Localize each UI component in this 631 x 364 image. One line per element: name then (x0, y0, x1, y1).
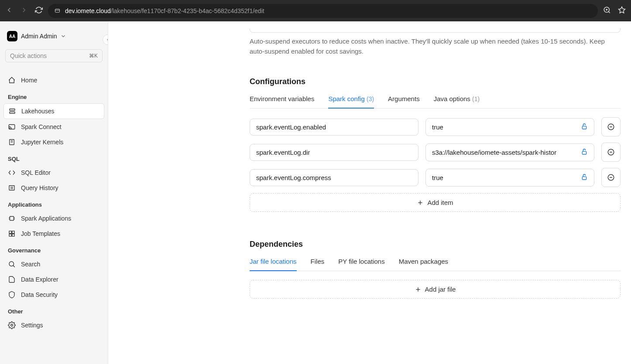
lock-icon[interactable] (581, 148, 588, 156)
config-key-input[interactable]: spark.eventLog.dir (250, 144, 418, 161)
sidebar-item-label: Home (21, 77, 37, 84)
shield-icon (8, 291, 16, 299)
url-path: /lakehouse/fe1170cf-87b2-4235-b4ac-5682c… (111, 7, 264, 14)
sidebar-item-label: Query History (21, 184, 58, 191)
section-other: Other (3, 306, 104, 317)
svg-rect-23 (9, 234, 11, 236)
tab-env-vars[interactable]: Environment variables (250, 95, 314, 109)
tab-py-locations[interactable]: PY file locations (338, 258, 384, 271)
tab-files[interactable]: Files (311, 258, 325, 271)
tab-label: PY file locations (338, 258, 384, 265)
quick-actions-placeholder: Quick actions (10, 52, 47, 59)
reload-button[interactable] (35, 6, 43, 16)
config-key-input[interactable]: spark.eventLog.compress (250, 169, 418, 186)
svg-rect-7 (10, 109, 15, 111)
tab-arguments[interactable]: Arguments (388, 95, 420, 109)
sidebar-item-settings[interactable]: Settings (3, 318, 104, 333)
chevron-down-icon (60, 33, 66, 39)
grid-icon (8, 230, 16, 238)
add-config-item-button[interactable]: Add item (250, 193, 621, 212)
config-tabs: Environment variables Spark config (3) A… (250, 95, 621, 109)
notebook-icon (8, 138, 16, 146)
remove-row-button[interactable] (601, 143, 621, 162)
sidebar-item-job-templates[interactable]: Job Templates (3, 226, 104, 241)
code-icon (8, 169, 16, 177)
config-value-input[interactable]: true (425, 118, 594, 136)
svg-rect-8 (10, 112, 15, 114)
lock-icon[interactable] (581, 123, 588, 131)
section-sql: SQL (3, 153, 104, 165)
sidebar-item-label: Jupyter Kernels (21, 139, 63, 146)
sidebar-item-label: Spark Applications (21, 215, 71, 222)
svg-rect-34 (582, 177, 586, 180)
tab-spark-config[interactable]: Spark config (3) (328, 95, 374, 109)
add-jar-label: Add jar file (425, 286, 456, 293)
sidebar-item-data-security[interactable]: Data Security (3, 287, 104, 302)
tab-count: (1) (472, 95, 480, 102)
configurations-title: Configurations (250, 77, 621, 86)
lock-icon[interactable] (581, 173, 588, 182)
sidebar-item-jupyter-kernels[interactable]: Jupyter Kernels (3, 135, 104, 150)
collapsed-panel-bottom (250, 28, 621, 33)
chip-icon (8, 214, 16, 222)
sidebar-item-label: Lakehouses (21, 108, 55, 115)
svg-rect-22 (12, 231, 14, 233)
sidebar-item-sql-editor[interactable]: SQL Editor (3, 165, 104, 180)
back-button[interactable] (5, 6, 13, 16)
home-icon (8, 76, 16, 84)
sidebar-item-search[interactable]: Search (3, 257, 104, 272)
sidebar-item-query-history[interactable]: Query History (3, 180, 104, 195)
sidebar-item-lakehouses[interactable]: Lakehouses (3, 103, 104, 119)
remove-row-button[interactable] (601, 168, 621, 187)
config-rows: spark.eventLog.enabled true spark.eventL… (250, 117, 621, 187)
auto-suspend-description: Auto-suspend executors to reduce costs w… (250, 36, 621, 56)
database-icon (8, 107, 16, 115)
tab-label: Files (311, 258, 325, 265)
config-value-input[interactable]: true (425, 169, 594, 187)
url-bar[interactable]: dev.iomete.cloud/lakehouse/fe1170cf-87b2… (48, 4, 598, 18)
zoom-icon[interactable] (603, 6, 611, 16)
avatar: AA (7, 31, 17, 41)
sidebar-item-spark-applications[interactable]: Spark Applications (3, 211, 104, 226)
tab-label: Java options (434, 95, 470, 102)
svg-rect-24 (12, 234, 14, 236)
url-domain: dev.iomete.cloud (65, 7, 111, 14)
main-content: Auto-suspend executors to reduce costs w… (108, 21, 631, 364)
tab-jar-locations[interactable]: Jar file locations (250, 258, 297, 271)
quick-actions-input[interactable]: Quick actions ⌘K (5, 49, 103, 62)
section-governance: Governance (3, 245, 104, 256)
tab-label: Environment variables (250, 95, 314, 102)
star-icon[interactable] (618, 6, 626, 16)
tab-java-options[interactable]: Java options (1) (434, 95, 480, 109)
sidebar-item-label: Data Explorer (21, 276, 58, 283)
svg-rect-28 (582, 126, 586, 129)
svg-rect-13 (9, 186, 14, 191)
sidebar-item-data-explorer[interactable]: Data Explorer (3, 272, 104, 287)
history-icon (8, 184, 16, 192)
svg-marker-6 (619, 7, 625, 13)
config-row: spark.eventLog.compress true (250, 168, 621, 187)
plus-icon (417, 199, 424, 206)
config-key-input[interactable]: spark.eventLog.enabled (250, 119, 418, 136)
sidebar-item-label: Job Templates (21, 230, 60, 237)
tab-label: Maven packages (399, 258, 448, 265)
quick-actions-kbd: ⌘K (89, 53, 98, 59)
user-menu[interactable]: AA Admin Admin (3, 28, 104, 44)
tab-label: Arguments (388, 95, 420, 102)
add-item-label: Add item (427, 199, 453, 206)
config-value-input[interactable]: s3a://lakehouse/iomete-assets/spark-hist… (425, 143, 594, 161)
section-engine: Engine (3, 91, 104, 103)
tab-maven[interactable]: Maven packages (399, 258, 448, 271)
sidebar-item-label: Data Security (21, 291, 58, 298)
svg-rect-21 (9, 231, 11, 233)
section-applications: Applications (3, 199, 104, 211)
add-jar-file-button[interactable]: Add jar file (250, 280, 621, 299)
forward-button[interactable] (20, 6, 28, 16)
sidebar-item-spark-connect[interactable]: Spark Connect (3, 119, 104, 134)
sidebar-item-home[interactable]: Home (3, 73, 104, 88)
config-row: spark.eventLog.enabled true (250, 117, 621, 136)
svg-line-3 (608, 11, 610, 13)
svg-rect-0 (55, 9, 60, 13)
remove-row-button[interactable] (601, 117, 621, 136)
svg-rect-31 (582, 151, 586, 154)
